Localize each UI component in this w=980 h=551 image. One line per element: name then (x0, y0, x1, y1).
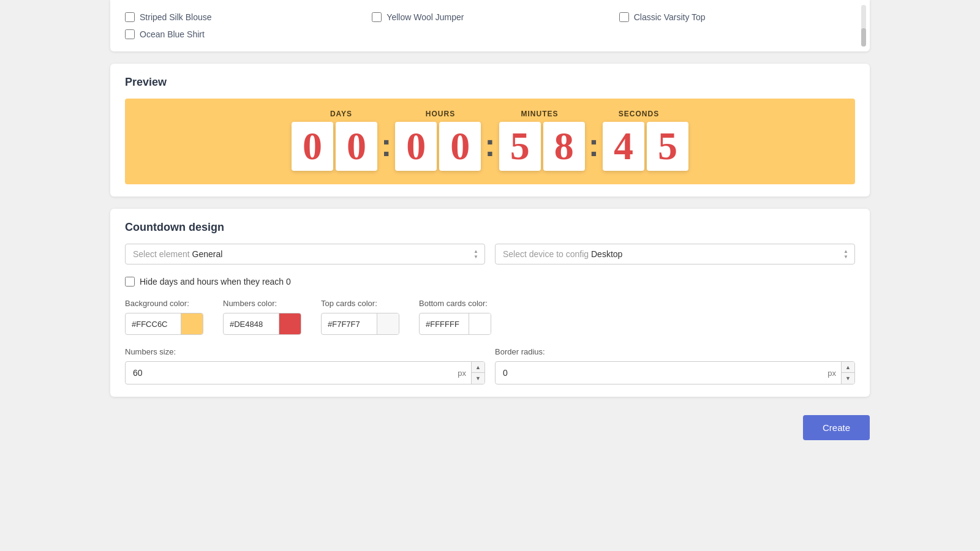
list-item: Yellow Wool Jumper (372, 12, 604, 22)
list-item: Ocean Blue Shirt (125, 29, 357, 39)
seconds-digit-0: 4 (603, 122, 644, 171)
numbers-size-up[interactable]: ▲ (472, 362, 484, 373)
bottom-cards-color-group: Bottom cards color: (419, 299, 491, 335)
border-radius-input[interactable] (496, 363, 823, 383)
countdown-digits-row: 0 0 : 0 0 : 5 8 : 4 5 (292, 122, 688, 171)
seconds-digits: 4 5 (603, 122, 688, 171)
top-cards-color-input-row (321, 313, 399, 335)
chevron-down-icon: ▼ (843, 255, 848, 260)
product-label: Striped Silk Blouse (140, 12, 212, 22)
preview-title: Preview (125, 76, 855, 89)
minutes-labels: MINUTES (497, 110, 582, 118)
product-checkbox-classic-varsity-top[interactable] (619, 12, 629, 22)
days-labels: DAYS (298, 110, 384, 118)
size-fields-row: Numbers size: px ▲ ▼ Border radius: (125, 347, 855, 384)
top-cards-color-group: Top cards color: (321, 299, 399, 335)
hide-checkbox-row: Hide days and hours when they reach 0 (125, 277, 855, 287)
chevron-down-icon: ▼ (473, 255, 478, 260)
colon-2: : (484, 127, 495, 166)
countdown-preview: DAYS HOURS MINUTES SECONDS 0 (125, 99, 855, 184)
numbers-size-input[interactable] (126, 363, 453, 383)
top-cards-color-swatch[interactable] (377, 313, 399, 334)
countdown-labels-row: DAYS HOURS MINUTES SECONDS (298, 110, 682, 118)
top-cards-color-label: Top cards color: (321, 299, 399, 308)
bg-color-input[interactable] (126, 315, 181, 333)
numbers-size-unit: px (453, 369, 471, 378)
numbers-color-label: Numbers color: (223, 299, 301, 308)
minutes-digits: 5 8 (499, 122, 585, 171)
numbers-color-input-row (223, 313, 301, 335)
seconds-labels: SECONDS (596, 110, 682, 118)
border-radius-input-row: px ▲ ▼ (495, 361, 855, 384)
minutes-digit-0: 5 (499, 122, 541, 171)
bottom-cards-color-swatch[interactable] (469, 313, 491, 334)
numbers-size-stepper: ▲ ▼ (471, 362, 484, 384)
product-label: Classic Varsity Top (634, 12, 706, 22)
days-label: DAYS (298, 110, 384, 118)
colon-1: : (381, 127, 391, 166)
hours-labels: HOURS (398, 110, 483, 118)
bg-color-group: Background color: (125, 299, 203, 335)
minutes-digit-1: 8 (543, 122, 585, 171)
colon-3: : (589, 127, 599, 166)
numbers-color-swatch[interactable] (279, 313, 301, 334)
select-arrow-element: ▲ ▼ (473, 249, 478, 260)
list-item: Striped Silk Blouse (125, 12, 357, 22)
chevron-up-icon: ▲ (473, 249, 478, 254)
numbers-size-group: Numbers size: px ▲ ▼ (125, 347, 485, 384)
device-select-label: Select device to config (503, 249, 589, 259)
product-checkbox-ocean-blue-shirt[interactable] (125, 29, 135, 39)
device-select[interactable]: Select device to config Desktop ▲ ▼ (495, 244, 855, 264)
numbers-color-input[interactable] (224, 315, 279, 333)
bottom-cards-color-label: Bottom cards color: (419, 299, 491, 308)
bg-color-input-row (125, 313, 203, 335)
numbers-size-down[interactable]: ▼ (472, 373, 484, 384)
product-label: Ocean Blue Shirt (140, 29, 205, 39)
hours-label: HOURS (398, 110, 483, 118)
scrollbar-track[interactable] (861, 5, 866, 47)
days-digit-1: 0 (336, 122, 377, 171)
select-row: Select element General ▲ ▼ Select device… (125, 244, 855, 264)
bottom-cards-color-input-row (419, 313, 491, 335)
product-checkbox-striped-silk-blouse[interactable] (125, 12, 135, 22)
device-select-value: Desktop (591, 249, 622, 259)
element-select[interactable]: Select element General ▲ ▼ (125, 244, 485, 264)
top-cards-color-input[interactable] (322, 315, 377, 333)
border-radius-unit: px (823, 369, 841, 378)
create-button[interactable]: Create (803, 415, 870, 440)
bg-color-label: Background color: (125, 299, 203, 308)
minutes-label: MINUTES (497, 110, 582, 118)
border-radius-label: Border radius: (495, 347, 855, 356)
border-radius-down[interactable]: ▼ (842, 373, 854, 384)
scrollbar-thumb[interactable] (861, 28, 866, 47)
border-radius-up[interactable]: ▲ (842, 362, 854, 373)
days-digits: 0 0 (292, 122, 377, 171)
border-radius-stepper: ▲ ▼ (841, 362, 854, 384)
product-checkbox-yellow-wool-jumper[interactable] (372, 12, 382, 22)
chevron-up-icon: ▲ (843, 249, 848, 254)
select-arrow-device: ▲ ▼ (843, 249, 848, 260)
numbers-color-group: Numbers color: (223, 299, 301, 335)
numbers-size-input-row: px ▲ ▼ (125, 361, 485, 384)
element-select-label: Select element (133, 249, 190, 259)
hours-digits: 0 0 (395, 122, 481, 171)
seconds-digit-1: 5 (647, 122, 688, 171)
seconds-label: SECONDS (596, 110, 682, 118)
footer-row: Create (110, 409, 870, 446)
hours-digit-0: 0 (395, 122, 437, 171)
product-label: Yellow Wool Jumper (386, 12, 464, 22)
design-card: Countdown design Select element General … (110, 209, 870, 397)
design-title: Countdown design (125, 221, 855, 234)
list-item: Classic Varsity Top (619, 12, 851, 22)
bg-color-swatch[interactable] (181, 313, 203, 334)
border-radius-group: Border radius: px ▲ ▼ (495, 347, 855, 384)
bottom-cards-color-input[interactable] (420, 315, 469, 333)
hide-checkbox-label: Hide days and hours when they reach 0 (140, 277, 291, 287)
hours-digit-1: 0 (439, 122, 481, 171)
element-select-value: General (192, 249, 223, 259)
preview-card: Preview DAYS HOURS MINUTES SECONDS (110, 64, 870, 197)
color-fields-row: Background color: Numbers color: Top car… (125, 299, 855, 335)
product-list: Striped Silk Blouse Yellow Wool Jumper C… (125, 12, 851, 39)
design-grid: Select element General ▲ ▼ Select device… (125, 244, 855, 384)
hide-checkbox[interactable] (125, 277, 135, 287)
